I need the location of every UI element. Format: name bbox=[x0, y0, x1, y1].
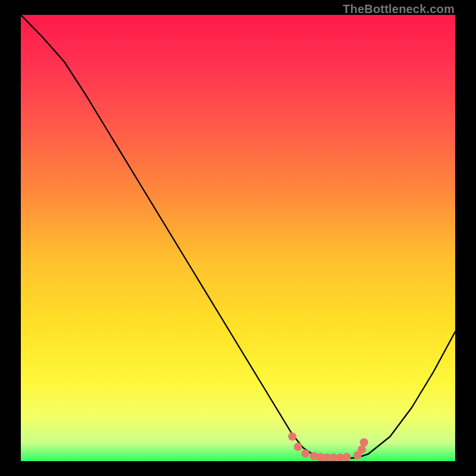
chart-svg bbox=[21, 15, 455, 461]
marker-dot bbox=[343, 453, 351, 461]
marker-dot bbox=[288, 433, 296, 441]
marker-dot bbox=[294, 443, 302, 451]
marker-dot bbox=[358, 446, 366, 454]
marker-dot bbox=[360, 439, 368, 447]
gradient-background bbox=[21, 15, 455, 461]
chart-container: TheBottleneck.com bbox=[0, 0, 476, 476]
marker-dot bbox=[301, 449, 309, 458]
watermark-text: TheBottleneck.com bbox=[343, 2, 455, 16]
plot-area bbox=[21, 15, 455, 461]
